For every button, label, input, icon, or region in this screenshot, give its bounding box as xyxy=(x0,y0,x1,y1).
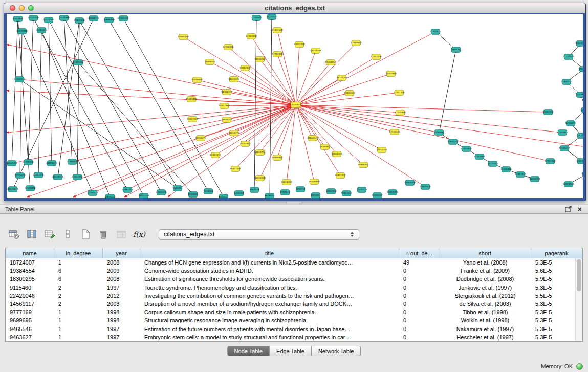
graph-node[interactable]: 9234166 xyxy=(204,189,213,194)
graph-node[interactable]: 11113964 xyxy=(474,154,485,160)
graph-node[interactable]: 10346237 xyxy=(372,193,383,198)
column-header-short[interactable]: short xyxy=(439,248,531,258)
graph-node[interactable]: 22217705 xyxy=(33,172,44,178)
graph-node[interactable]: 19861304 xyxy=(331,151,342,157)
graph-node[interactable]: 18112827 xyxy=(239,65,251,71)
table-row[interactable]: 977716911998Corpus callosum shape and si… xyxy=(6,308,582,316)
table-row[interactable]: 1830029562008Estimation of significance … xyxy=(6,275,582,283)
graph-node[interactable]: 22105573 xyxy=(14,173,26,179)
graph-node[interactable]: 18504253 xyxy=(221,117,232,123)
graph-node[interactable]: 22984716 xyxy=(122,187,133,193)
graph-node[interactable]: 12214974 xyxy=(580,107,583,113)
panel-splitter[interactable] xyxy=(0,200,588,204)
graph-node[interactable]: 16815332 xyxy=(335,173,346,179)
table-row[interactable]: 2242004622012Investigating the contribut… xyxy=(6,292,582,300)
graph-node[interactable]: 21005572 xyxy=(118,16,129,21)
table-row[interactable]: 1456911722003Disruption of a novel membe… xyxy=(6,300,582,308)
graph-node[interactable]: 17110330 xyxy=(389,129,400,135)
graph-node[interactable]: 21990407 xyxy=(67,159,78,165)
graph-node[interactable]: 9901893 xyxy=(311,193,321,198)
graph-node[interactable]: 18615770 xyxy=(228,130,239,136)
graph-node[interactable]: 12103813 xyxy=(575,92,583,98)
table-row[interactable]: 911546021997Tourette syndrome. Phenomeno… xyxy=(6,283,582,292)
graph-node[interactable]: 21550013 xyxy=(14,77,25,82)
graph-node[interactable]: 10124015 xyxy=(341,191,352,196)
function-builder-icon[interactable]: f(x) xyxy=(133,228,146,241)
graph-node[interactable]: 21337810 xyxy=(430,29,441,35)
close-panel-icon[interactable]: × xyxy=(578,206,582,213)
graph-node[interactable]: 19261854 xyxy=(325,60,336,65)
graph-node[interactable]: 19377104 xyxy=(336,75,347,81)
graph-node[interactable]: 12746396 xyxy=(223,45,234,50)
graph-node[interactable]: 18704913 xyxy=(239,141,251,147)
row-options-icon[interactable] xyxy=(61,228,74,241)
graph-node[interactable]: 22436611 xyxy=(7,187,18,192)
graph-node[interactable]: 14988505 xyxy=(204,59,215,65)
table-scrollbar[interactable] xyxy=(575,258,582,342)
table-row[interactable]: 1872400712008Changes of HCN gene express… xyxy=(6,258,582,267)
graph-node[interactable]: 12224050 xyxy=(246,34,257,39)
graph-node[interactable]: 21220450 xyxy=(266,14,277,20)
graph-node[interactable]: 12760479 xyxy=(581,171,583,177)
graph-node[interactable]: 16554039 xyxy=(254,176,266,181)
graph-node[interactable]: 12982691 xyxy=(450,47,462,53)
graph-node[interactable]: 18427963 xyxy=(219,103,230,109)
table-row[interactable]: 969969511998Structural magnetic resonanc… xyxy=(6,316,582,324)
graph-node[interactable]: 10012954 xyxy=(325,189,337,194)
import-table-icon[interactable] xyxy=(115,228,128,241)
graph-node[interactable]: 10679520 xyxy=(420,184,431,190)
graph-node[interactable]: 11447247 xyxy=(515,172,526,178)
graph-node[interactable]: 12326035 xyxy=(565,121,576,126)
tab-edge-table[interactable]: Edge Table xyxy=(270,346,312,356)
graph-node[interactable]: 17240821 xyxy=(290,102,301,108)
graph-node[interactable]: 13093752 xyxy=(542,110,554,115)
graph-node[interactable]: 23092209 xyxy=(138,193,149,198)
graph-node[interactable]: 11558308 xyxy=(529,177,540,182)
table-row[interactable]: 1938455462009Genome-wide association stu… xyxy=(6,267,582,275)
close-window-button[interactable] xyxy=(10,5,15,11)
graph-node[interactable]: 22540882 xyxy=(25,186,36,191)
graph-node[interactable]: 17204848 xyxy=(395,110,406,116)
table-row[interactable]: 946362711997Embryonic stem cells: a mode… xyxy=(6,333,582,341)
graph-node[interactable]: 16906301 xyxy=(358,162,369,168)
graph-node[interactable]: 22324918 xyxy=(52,174,63,180)
create-table-icon[interactable] xyxy=(79,228,92,241)
graph-node[interactable]: 17403910 xyxy=(385,71,397,77)
graph-node[interactable]: 9123005 xyxy=(188,192,198,198)
graph-node[interactable]: 11431520 xyxy=(272,28,283,33)
graph-node[interactable]: 16344557 xyxy=(210,152,221,158)
graph-node[interactable]: 19154267 xyxy=(310,48,321,54)
column-header-year[interactable]: year xyxy=(103,248,140,258)
minimize-window-button[interactable] xyxy=(19,5,25,11)
graph-node[interactable]: 20568711 xyxy=(88,16,99,21)
graph-node[interactable]: 9678510 xyxy=(265,193,275,198)
graph-node[interactable]: 17010703 xyxy=(376,147,387,153)
graph-node[interactable]: 19025740 xyxy=(294,42,305,48)
graph-node[interactable]: 11770530 xyxy=(563,54,574,60)
graph-node[interactable]: 13104813 xyxy=(557,130,568,136)
scrollbar-thumb[interactable] xyxy=(577,259,581,291)
zoom-window-button[interactable] xyxy=(28,5,34,11)
graph-node[interactable]: 15056604 xyxy=(191,77,203,83)
graph-node[interactable]: 20896419 xyxy=(103,17,115,23)
graph-node[interactable]: 10235176 xyxy=(356,187,367,193)
graph-node[interactable]: 10457398 xyxy=(387,190,398,195)
column-header-name[interactable]: name xyxy=(6,248,54,258)
graph-node[interactable]: 9456388 xyxy=(234,191,244,196)
graph-node[interactable]: 12871530 xyxy=(563,182,574,187)
graph-node[interactable]: 12437196 xyxy=(576,133,583,139)
delete-table-icon[interactable] xyxy=(97,228,110,241)
graph-node[interactable]: 9345227 xyxy=(219,194,229,198)
graph-node[interactable]: 17312770 xyxy=(394,90,405,96)
graph-node[interactable]: 19565190 xyxy=(178,34,189,40)
graph-node[interactable]: 10780681 xyxy=(433,130,445,136)
graph-node[interactable]: 18046014 xyxy=(254,57,266,62)
graph-node[interactable]: 18301721 xyxy=(221,90,232,95)
graph-node[interactable]: 19666519 xyxy=(307,136,318,141)
graph-node[interactable]: 18823754 xyxy=(254,150,266,156)
citation-network-graph[interactable]: 1724082111431520122240501274639614988505… xyxy=(7,14,583,198)
graph-node[interactable]: 16778890 xyxy=(309,179,320,185)
graph-node[interactable]: 21881225 xyxy=(46,161,57,166)
tab-node-table[interactable]: Node Table xyxy=(227,346,270,356)
graph-node[interactable]: 20670914 xyxy=(16,29,28,34)
